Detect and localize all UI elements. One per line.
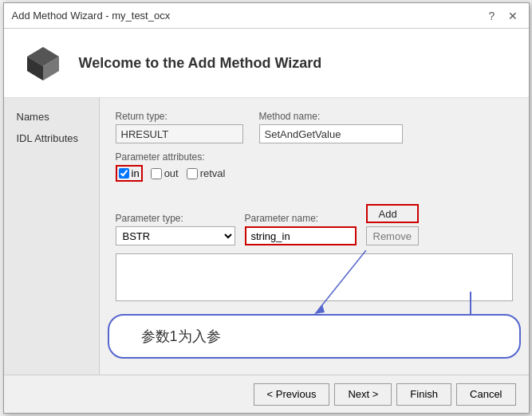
out-checkbox[interactable] <box>151 168 162 179</box>
sidebar-item-idl-attributes[interactable]: IDL Attributes <box>10 129 93 147</box>
param-type-row: Parameter type: BSTR Parameter name: Add… <box>116 190 513 245</box>
in-checkbox-bordered: in <box>116 165 143 182</box>
previous-button[interactable]: < Previous <box>254 383 330 406</box>
return-type-input[interactable] <box>116 124 243 143</box>
out-label: out <box>164 167 179 179</box>
footer: < Previous Next > Finish Cancel <box>4 375 529 413</box>
return-type-group: Return type: <box>116 111 243 143</box>
retval-label: retval <box>200 167 226 179</box>
help-button[interactable]: ? <box>484 8 500 24</box>
dialog-title: Add Method Wizard - my_test_ocx <box>12 10 171 22</box>
cancel-button[interactable]: Cancel <box>456 383 515 406</box>
annotation-text: 参数1为入参 <box>141 328 221 344</box>
param-attrs-group: Parameter attributes: in out retval <box>116 151 513 182</box>
in-label: in <box>132 167 140 179</box>
param-type-group: Parameter type: BSTR <box>116 213 235 245</box>
retval-checkbox[interactable] <box>187 168 198 179</box>
title-bar-left: Add Method Wizard - my_test_ocx <box>12 10 171 22</box>
add-button[interactable]: Add <box>366 204 419 223</box>
checkboxes-row: in out retval <box>116 165 513 182</box>
header: Welcome to the Add Method Wizard <box>4 29 529 98</box>
header-title: Welcome to the Add Method Wizard <box>79 55 322 72</box>
sidebar-item-names[interactable]: Names <box>10 108 93 126</box>
svg-marker-5 <box>314 304 325 314</box>
next-button[interactable]: Next > <box>334 383 392 406</box>
top-fields-row: Return type: Method name: <box>116 111 513 143</box>
retval-checkbox-item: retval <box>187 167 226 179</box>
param-name-input[interactable] <box>245 226 357 245</box>
method-name-group: Method name: <box>259 111 403 143</box>
param-name-group: Parameter name: <box>245 213 357 245</box>
remove-button[interactable]: Remove <box>366 226 419 245</box>
main-panel: Return type: Method name: Parameter attr… <box>100 98 529 375</box>
param-type-label: Parameter type: <box>116 213 235 224</box>
return-type-label: Return type: <box>116 111 243 122</box>
sidebar: Names IDL Attributes <box>4 98 100 375</box>
close-button[interactable]: ✕ <box>505 8 521 24</box>
method-name-input[interactable] <box>259 124 403 143</box>
logo-icon <box>23 43 63 83</box>
param-type-select[interactable]: BSTR <box>116 226 235 245</box>
title-bar-right: ? ✕ <box>484 8 521 24</box>
param-list <box>116 253 513 301</box>
title-bar: Add Method Wizard - my_test_ocx ? ✕ <box>4 3 529 29</box>
annotation-bubble: 参数1为入参 <box>108 314 521 359</box>
annotation-area: 参数1为入参 <box>108 314 521 367</box>
out-checkbox-item: out <box>151 167 179 179</box>
param-name-label: Parameter name: <box>245 213 357 224</box>
param-attrs-label: Parameter attributes: <box>116 151 513 163</box>
content: Names IDL Attributes Return type: Method… <box>4 98 529 375</box>
in-checkbox[interactable] <box>119 168 129 179</box>
dialog: Add Method Wizard - my_test_ocx ? ✕ Welc… <box>3 2 530 414</box>
finish-button[interactable]: Finish <box>396 383 451 406</box>
method-name-label: Method name: <box>259 111 403 122</box>
